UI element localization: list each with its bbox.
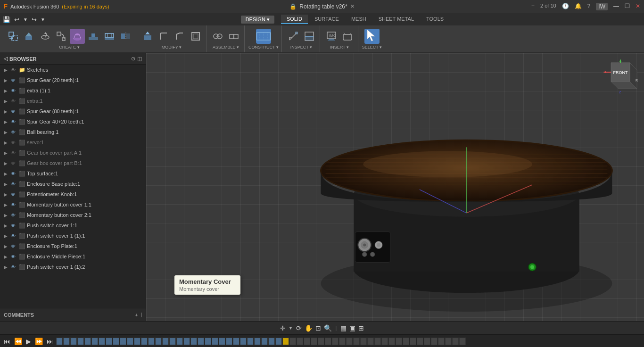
- quick-save-icon[interactable]: 💾: [3, 16, 10, 23]
- measure-icon[interactable]: [286, 29, 301, 44]
- new-component-icon[interactable]: [6, 29, 21, 44]
- timeline-cell[interactable]: [120, 338, 126, 345]
- timeline-cell[interactable]: [417, 338, 423, 345]
- select-label[interactable]: SELECT ▾: [362, 45, 382, 50]
- tab-tools[interactable]: TOOLS: [421, 15, 449, 24]
- browser-item-7[interactable]: ▶ 👁 ⬛ Gear box cover part A:1: [0, 148, 146, 158]
- browser-item-1[interactable]: ▶ 👁 ⬛ extra (1):1: [0, 85, 146, 96]
- undo-arrow-icon[interactable]: ▼: [23, 17, 28, 22]
- timeline-cell[interactable]: [169, 338, 176, 345]
- tab-surface[interactable]: SURFACE: [309, 15, 345, 24]
- add-tab-btn[interactable]: +: [531, 3, 535, 10]
- timeline-cell[interactable]: [388, 338, 395, 345]
- revolve-icon[interactable]: [38, 29, 53, 44]
- redo-arrow-icon[interactable]: ▼: [41, 17, 45, 22]
- offset-plane-icon[interactable]: [256, 29, 271, 44]
- timeline-cell[interactable]: [162, 338, 169, 345]
- tab-sheet-metal[interactable]: SHEET METAL: [373, 15, 420, 24]
- timeline-cell[interactable]: [233, 338, 239, 345]
- press-pull-icon[interactable]: [140, 29, 155, 44]
- browser-item-5[interactable]: ▶ 👁 ⬛ Ball bearing:1: [0, 127, 146, 137]
- browser-item-2[interactable]: ▶ 👁 ⬛ extra:1: [0, 96, 146, 106]
- timeline-cell[interactable]: [381, 338, 388, 345]
- shell-icon[interactable]: [188, 29, 203, 44]
- timeline-cell[interactable]: [240, 338, 247, 345]
- browser-item-4[interactable]: ▶ 👁 ⬛ Spur Gear 40+20 teeth:1: [0, 116, 146, 127]
- chamfer-icon[interactable]: [172, 29, 187, 44]
- timeline-cell[interactable]: [346, 338, 353, 345]
- nav-zoom-fit-icon[interactable]: ⊡: [315, 324, 321, 332]
- extrude-icon[interactable]: [22, 29, 37, 44]
- timeline-cell[interactable]: [367, 338, 374, 345]
- construct-label[interactable]: CONSTRUCT ▾: [248, 45, 279, 50]
- close-btn[interactable]: ✕: [636, 3, 640, 10]
- web-icon[interactable]: [102, 29, 117, 44]
- nav-display-mode-3[interactable]: ⊞: [358, 324, 364, 332]
- nav-move-icon[interactable]: ✛: [280, 324, 286, 332]
- timeline-cell[interactable]: [155, 338, 162, 345]
- timeline-cell[interactable]: [438, 338, 445, 345]
- timeline-cell[interactable]: [99, 338, 105, 345]
- insert-label[interactable]: INSERT ▾: [330, 45, 349, 50]
- loft-icon[interactable]: [70, 29, 85, 44]
- browser-item-momentary-2[interactable]: ▶ 👁 ⬛ Momentary button cover 2:1: [0, 210, 146, 220]
- tab-mesh[interactable]: MESH: [346, 15, 372, 24]
- timeline-cell[interactable]: [70, 338, 77, 345]
- timeline-cell[interactable]: [452, 338, 459, 345]
- nav-display-mode-2[interactable]: ▣: [349, 324, 355, 332]
- browser-collapse-icon[interactable]: ◫: [137, 56, 142, 62]
- notification-icon[interactable]: 🔔: [575, 3, 582, 10]
- timeline-cell[interactable]: [353, 338, 360, 345]
- timeline-cell[interactable]: [219, 338, 225, 345]
- timeline-cell[interactable]: [396, 338, 402, 345]
- timeline-cell[interactable]: [282, 338, 289, 345]
- timeline-cell[interactable]: [254, 338, 261, 345]
- eye-icon[interactable]: 👁: [11, 67, 17, 73]
- browser-item-push-2[interactable]: ▶ 👁 ⬛ Push switch cover 1 (1):1: [0, 231, 146, 241]
- timeline-cell[interactable]: [134, 338, 140, 345]
- timeline-cell[interactable]: [176, 338, 183, 345]
- maximize-btn[interactable]: ❐: [625, 3, 630, 10]
- timeline-cell[interactable]: [77, 338, 84, 345]
- redo-icon[interactable]: ↪: [32, 16, 37, 23]
- timeline-cell[interactable]: [113, 338, 119, 345]
- timeline-play[interactable]: ▶: [25, 338, 32, 345]
- modify-label[interactable]: MODIFY ▾: [162, 45, 182, 50]
- timeline-back-start[interactable]: ⏮: [3, 338, 11, 345]
- user-label[interactable]: IW: [596, 3, 608, 10]
- timeline-cell[interactable]: [374, 338, 381, 345]
- timeline-cell[interactable]: [275, 338, 282, 345]
- inspect-label[interactable]: INSPECT ▾: [290, 45, 312, 50]
- as-built-joint-icon[interactable]: [226, 29, 241, 44]
- timeline-cell[interactable]: [212, 338, 218, 345]
- browser-item-10[interactable]: ▶ 👁 ⬛ Enclosure Base plate:1: [0, 179, 146, 189]
- timeline-cell[interactable]: [424, 338, 430, 345]
- browser-item-9[interactable]: ▶ 👁 ⬛ Top surface:1: [0, 168, 146, 179]
- browser-item-enc-top[interactable]: ▶ 👁 ⬛ Enclosure Top Plate:1: [0, 241, 146, 251]
- browser-item-momentary-1[interactable]: ▶ 👁 ⬛ Momentary button cover 1:1: [0, 199, 146, 210]
- nav-zoom-icon[interactable]: 🔍: [324, 324, 332, 332]
- fillet-icon[interactable]: [156, 29, 171, 44]
- browser-item-sketches[interactable]: ▶ 👁 📁 Sketches: [0, 65, 146, 75]
- close-tab-icon[interactable]: ✕: [350, 3, 355, 9]
- browser-item-push-1[interactable]: ▶ 👁 ⬛ Push switch cover 1:1: [0, 220, 146, 231]
- tab-solid[interactable]: SOLID: [281, 15, 308, 24]
- timeline-cell[interactable]: [459, 338, 466, 345]
- rib-icon[interactable]: [86, 29, 101, 44]
- timeline-cell[interactable]: [318, 338, 324, 345]
- timeline-cell[interactable]: [261, 338, 268, 345]
- assemble-label[interactable]: ASSEMBLE ▾: [213, 45, 239, 50]
- timeline-cell[interactable]: [198, 338, 204, 345]
- timeline-cell[interactable]: [247, 338, 254, 345]
- timeline-cell[interactable]: [410, 338, 416, 345]
- browser-item-0[interactable]: ▶ 👁 ⬛ Spur Gear (20 teeth):1: [0, 75, 146, 85]
- timeline-cell[interactable]: [91, 338, 98, 345]
- viewcube[interactable]: FRONT R Z: [602, 58, 639, 97]
- timeline-cell[interactable]: [63, 338, 70, 345]
- timeline-step-back[interactable]: ⏪: [13, 338, 23, 345]
- timeline-cell[interactable]: [183, 338, 190, 345]
- insert-mesh-icon[interactable]: IMG: [324, 29, 339, 44]
- browser-item-6[interactable]: ▶ 👁 ⬛ servo:1: [0, 137, 146, 148]
- timeline-cell[interactable]: [431, 338, 438, 345]
- browser-item-11[interactable]: ▶ 👁 ⬛ Potentiometer Knob:1: [0, 189, 146, 199]
